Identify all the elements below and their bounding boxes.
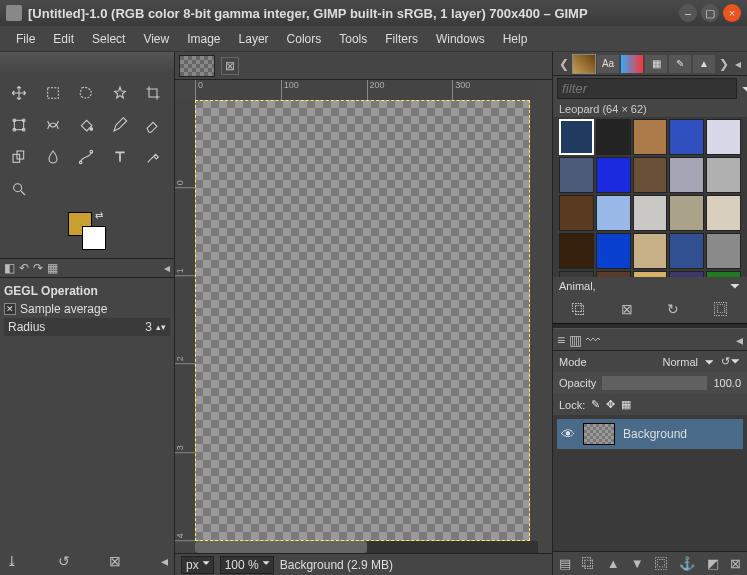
- pattern-swatch[interactable]: [669, 157, 704, 193]
- radius-value[interactable]: 3: [145, 320, 152, 334]
- pattern-swatch[interactable]: [706, 233, 741, 269]
- pattern-swatch[interactable]: [596, 233, 631, 269]
- filter-dropdown-icon[interactable]: ⏷: [737, 82, 747, 96]
- layer-thumbnail[interactable]: [583, 423, 615, 445]
- brushes-tab[interactable]: ✎: [669, 55, 691, 73]
- zoom-selector[interactable]: 100 %: [220, 556, 274, 574]
- zoom-tool[interactable]: [4, 174, 34, 204]
- restore-preset-icon[interactable]: ↺: [58, 553, 70, 569]
- menu-view[interactable]: View: [135, 28, 177, 50]
- delete-layer-icon[interactable]: ⊠: [730, 556, 741, 571]
- pattern-swatch[interactable]: [706, 119, 741, 155]
- delete-preset-icon[interactable]: ⊠: [109, 553, 121, 569]
- paths-tool[interactable]: [71, 142, 101, 172]
- pattern-swatch[interactable]: [669, 119, 704, 155]
- merge-down-icon[interactable]: ⚓: [679, 556, 695, 571]
- pattern-swatch[interactable]: [596, 195, 631, 231]
- tool-tab[interactable]: ▲: [693, 55, 715, 73]
- unit-selector[interactable]: px: [181, 556, 214, 574]
- swap-colors-icon[interactable]: ⇄: [95, 210, 103, 221]
- pattern-swatch[interactable]: [633, 195, 668, 231]
- lower-layer-icon[interactable]: ▼: [631, 556, 644, 571]
- window-close-button[interactable]: ×: [723, 4, 741, 22]
- tab-menu-icon[interactable]: ◂: [736, 332, 743, 348]
- crop-tool[interactable]: [138, 78, 168, 108]
- image-canvas[interactable]: [195, 100, 530, 541]
- new-layer-icon[interactable]: ▤: [559, 556, 571, 571]
- clone-tool[interactable]: [4, 142, 34, 172]
- pattern-swatch[interactable]: [559, 157, 594, 193]
- window-maximize-button[interactable]: ▢: [701, 4, 719, 22]
- canvas[interactable]: [195, 100, 538, 541]
- menu-windows[interactable]: Windows: [428, 28, 493, 50]
- menu-file[interactable]: File: [8, 28, 43, 50]
- mode-reset-icon[interactable]: ↺⏷: [721, 355, 741, 368]
- text-tool[interactable]: [105, 142, 135, 172]
- delete-pattern-icon[interactable]: ⊠: [621, 301, 633, 317]
- rect-select-tool[interactable]: [38, 78, 68, 108]
- refresh-patterns-icon[interactable]: ↻: [667, 301, 679, 317]
- tab-menu-icon[interactable]: ◂: [733, 57, 743, 71]
- opacity-slider[interactable]: [602, 376, 707, 390]
- image-tab-close[interactable]: ⊠: [221, 57, 239, 75]
- layer-name[interactable]: Background: [623, 427, 687, 441]
- pattern-swatch[interactable]: [669, 233, 704, 269]
- image-tab-1[interactable]: [179, 55, 215, 77]
- channels-tab[interactable]: ▥: [569, 332, 582, 348]
- category-dropdown-icon[interactable]: ⏷: [729, 279, 741, 293]
- radius-spinner-icon[interactable]: ▴▾: [156, 322, 166, 332]
- sample-average-checkbox[interactable]: ✕: [4, 303, 16, 315]
- menu-help[interactable]: Help: [495, 28, 536, 50]
- pattern-swatch[interactable]: [596, 119, 631, 155]
- duplicate-layer-icon[interactable]: ⿴: [655, 556, 668, 571]
- pattern-category[interactable]: Animal,: [559, 280, 725, 292]
- menu-edit[interactable]: Edit: [45, 28, 82, 50]
- free-select-tool[interactable]: [71, 78, 101, 108]
- menu-filters[interactable]: Filters: [377, 28, 426, 50]
- gradients-tab[interactable]: [621, 55, 643, 73]
- layer-item[interactable]: 👁 Background: [557, 419, 743, 449]
- menu-colors[interactable]: Colors: [279, 28, 330, 50]
- warp-tool[interactable]: [38, 110, 68, 140]
- paths-tab[interactable]: 〰: [586, 332, 600, 348]
- mask-layer-icon[interactable]: ◩: [707, 556, 719, 571]
- pattern-swatch[interactable]: [633, 233, 668, 269]
- menu-layer[interactable]: Layer: [231, 28, 277, 50]
- move-tool[interactable]: [4, 78, 34, 108]
- save-preset-icon[interactable]: ⤓: [6, 553, 18, 569]
- lock-position-icon[interactable]: ✥: [606, 398, 615, 411]
- lock-pixels-icon[interactable]: ✎: [591, 398, 600, 411]
- tab-menu-icon[interactable]: ◂: [164, 261, 170, 275]
- opacity-value[interactable]: 100.0: [713, 377, 741, 389]
- pattern-swatch[interactable]: [559, 119, 594, 155]
- pattern-filter-input[interactable]: [557, 78, 737, 99]
- tab-scroll-left-icon[interactable]: ❮: [557, 57, 571, 71]
- menu-select[interactable]: Select: [84, 28, 133, 50]
- pattern-swatch[interactable]: [559, 195, 594, 231]
- images-tab[interactable]: ▦: [47, 261, 58, 275]
- patterns-tab[interactable]: [573, 55, 595, 73]
- pattern-swatch[interactable]: [633, 157, 668, 193]
- mode-value[interactable]: Normal: [663, 356, 698, 368]
- pattern-swatch[interactable]: [596, 157, 631, 193]
- horizontal-scrollbar[interactable]: [195, 541, 538, 553]
- mode-dropdown-icon[interactable]: ⏷: [704, 356, 715, 368]
- pattern-swatch[interactable]: [669, 195, 704, 231]
- pattern-swatch[interactable]: [706, 157, 741, 193]
- smudge-tool[interactable]: [38, 142, 68, 172]
- menu-image[interactable]: Image: [179, 28, 228, 50]
- transform-tool[interactable]: [4, 110, 34, 140]
- duplicate-pattern-icon[interactable]: ⿻: [572, 301, 586, 317]
- pencil-tool[interactable]: [105, 110, 135, 140]
- window-minimize-button[interactable]: –: [679, 4, 697, 22]
- reset-preset-icon[interactable]: ◂: [161, 553, 168, 569]
- new-group-icon[interactable]: ⿻: [582, 556, 595, 571]
- pattern-swatch[interactable]: [633, 119, 668, 155]
- tab-scroll-right-icon[interactable]: ❯: [717, 57, 731, 71]
- raise-layer-icon[interactable]: ▲: [607, 556, 620, 571]
- ruler-horizontal[interactable]: 0 100 200 300: [195, 80, 538, 100]
- lock-alpha-icon[interactable]: ▦: [621, 398, 631, 411]
- eraser-tool[interactable]: [138, 110, 168, 140]
- palettes-tab[interactable]: ▦: [645, 55, 667, 73]
- layer-visibility-icon[interactable]: 👁: [561, 426, 575, 442]
